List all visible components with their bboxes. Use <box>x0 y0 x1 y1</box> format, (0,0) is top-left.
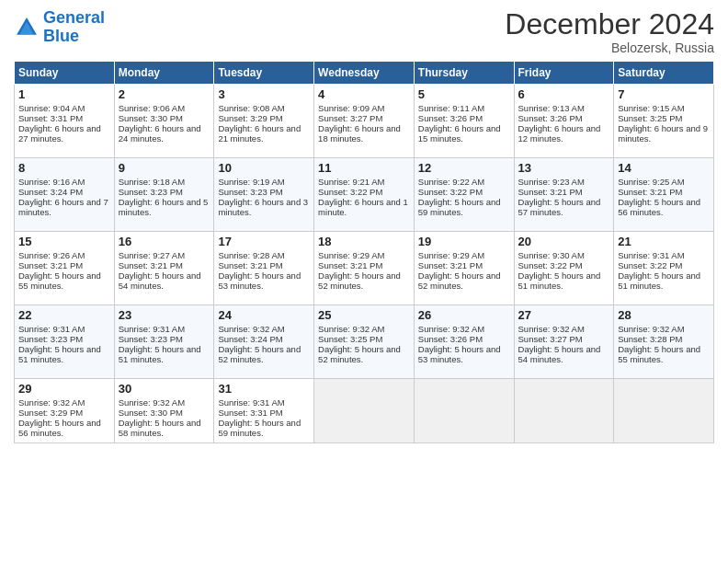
day-number: 17 <box>218 235 310 248</box>
day-number: 5 <box>418 87 510 101</box>
sunrise-text: Sunrise: 9:25 AM <box>618 177 684 187</box>
calendar-cell: 7Sunrise: 9:15 AMSunset: 3:25 PMDaylight… <box>614 85 714 158</box>
day-number: 22 <box>18 308 110 322</box>
day-number: 27 <box>518 308 610 322</box>
calendar-cell: 29Sunrise: 9:32 AMSunset: 3:29 PMDayligh… <box>15 379 115 443</box>
calendar-header-row: SundayMondayTuesdayWednesdayThursdayFrid… <box>15 62 714 85</box>
calendar-cell: 12Sunrise: 9:22 AMSunset: 3:22 PMDayligh… <box>414 158 514 232</box>
calendar-cell: 18Sunrise: 9:29 AMSunset: 3:21 PMDayligh… <box>314 232 415 305</box>
calendar-cell: 11Sunrise: 9:21 AMSunset: 3:22 PMDayligh… <box>314 158 415 232</box>
day-number: 9 <box>119 161 210 175</box>
sunset-text: Sunset: 3:23 PM <box>18 334 83 344</box>
sunrise-text: Sunrise: 9:04 AM <box>18 103 85 113</box>
sunrise-text: Sunrise: 9:19 AM <box>218 177 284 187</box>
calendar-cell <box>314 379 415 443</box>
day-number: 6 <box>518 87 610 101</box>
calendar-cell: 13Sunrise: 9:23 AMSunset: 3:21 PMDayligh… <box>514 158 614 232</box>
sunrise-text: Sunrise: 9:18 AM <box>119 177 185 187</box>
sunset-text: Sunset: 3:24 PM <box>18 187 83 197</box>
sunrise-text: Sunrise: 9:23 AM <box>518 177 585 187</box>
day-number: 7 <box>618 87 710 101</box>
daylight-text: Daylight: 5 hours and 56 minutes. <box>18 418 101 438</box>
day-number: 31 <box>218 382 310 396</box>
sunset-text: Sunset: 3:24 PM <box>218 334 282 344</box>
sunset-text: Sunset: 3:21 PM <box>518 187 583 197</box>
sunset-text: Sunset: 3:22 PM <box>318 187 382 197</box>
sunset-text: Sunset: 3:22 PM <box>418 187 483 197</box>
col-header-wednesday: Wednesday <box>314 62 415 85</box>
sunset-text: Sunset: 3:22 PM <box>518 260 583 270</box>
daylight-text: Daylight: 6 hours and 12 minutes. <box>518 123 601 144</box>
daylight-text: Daylight: 5 hours and 52 minutes. <box>318 270 401 291</box>
day-number: 16 <box>119 235 210 248</box>
daylight-text: Daylight: 5 hours and 55 minutes. <box>618 344 700 364</box>
sunset-text: Sunset: 3:26 PM <box>418 113 483 123</box>
day-number: 3 <box>218 87 310 101</box>
sunset-text: Sunset: 3:21 PM <box>119 260 183 270</box>
daylight-text: Daylight: 6 hours and 9 minutes. <box>618 123 708 144</box>
logo-text: General Blue <box>43 9 105 46</box>
daylight-text: Daylight: 6 hours and 5 minutes. <box>119 197 209 217</box>
daylight-text: Daylight: 6 hours and 18 minutes. <box>318 123 401 144</box>
daylight-text: Daylight: 5 hours and 51 minutes. <box>119 344 201 364</box>
sunrise-text: Sunrise: 9:21 AM <box>318 177 384 187</box>
day-number: 10 <box>218 161 310 175</box>
calendar-cell: 22Sunrise: 9:31 AMSunset: 3:23 PMDayligh… <box>15 305 115 379</box>
daylight-text: Daylight: 5 hours and 51 minutes. <box>18 344 101 364</box>
day-number: 24 <box>218 308 310 322</box>
calendar-cell: 4Sunrise: 9:09 AMSunset: 3:27 PMDaylight… <box>314 85 415 158</box>
sunset-text: Sunset: 3:29 PM <box>18 408 83 418</box>
sunrise-text: Sunrise: 9:29 AM <box>418 250 484 260</box>
sunset-text: Sunset: 3:22 PM <box>618 260 682 270</box>
day-number: 18 <box>318 235 410 248</box>
calendar-cell: 3Sunrise: 9:08 AMSunset: 3:29 PMDaylight… <box>214 85 314 158</box>
sunrise-text: Sunrise: 9:28 AM <box>218 250 284 260</box>
sunrise-text: Sunrise: 9:32 AM <box>218 324 284 334</box>
day-number: 15 <box>18 235 110 248</box>
sunrise-text: Sunrise: 9:16 AM <box>18 177 85 187</box>
sunrise-text: Sunrise: 9:11 AM <box>418 103 484 113</box>
calendar-cell: 5Sunrise: 9:11 AMSunset: 3:26 PMDaylight… <box>414 85 514 158</box>
sunset-text: Sunset: 3:21 PM <box>618 187 682 197</box>
week-row-3: 15Sunrise: 9:26 AMSunset: 3:21 PMDayligh… <box>15 232 714 305</box>
calendar-cell: 2Sunrise: 9:06 AMSunset: 3:30 PMDaylight… <box>114 85 214 158</box>
col-header-friday: Friday <box>514 62 614 85</box>
sunset-text: Sunset: 3:27 PM <box>318 113 382 123</box>
calendar-cell: 26Sunrise: 9:32 AMSunset: 3:26 PMDayligh… <box>414 305 514 379</box>
daylight-text: Daylight: 5 hours and 58 minutes. <box>119 418 201 438</box>
sunrise-text: Sunrise: 9:29 AM <box>318 250 384 260</box>
sunrise-text: Sunrise: 9:27 AM <box>119 250 185 260</box>
calendar-table: SundayMondayTuesdayWednesdayThursdayFrid… <box>14 61 714 443</box>
sunrise-text: Sunrise: 9:32 AM <box>518 324 585 334</box>
day-number: 8 <box>18 161 110 175</box>
day-number: 26 <box>418 308 510 322</box>
daylight-text: Daylight: 5 hours and 57 minutes. <box>518 197 601 217</box>
calendar-cell: 23Sunrise: 9:31 AMSunset: 3:23 PMDayligh… <box>114 305 214 379</box>
daylight-text: Daylight: 6 hours and 1 minute. <box>318 197 408 217</box>
calendar-cell: 30Sunrise: 9:32 AMSunset: 3:30 PMDayligh… <box>114 379 214 443</box>
sunrise-text: Sunrise: 9:22 AM <box>418 177 484 187</box>
daylight-text: Daylight: 5 hours and 53 minutes. <box>218 270 301 291</box>
calendar-cell: 15Sunrise: 9:26 AMSunset: 3:21 PMDayligh… <box>15 232 115 305</box>
title-block: December 2024 Belozersk, Russia <box>505 9 714 55</box>
calendar-cell <box>514 379 614 443</box>
week-row-4: 22Sunrise: 9:31 AMSunset: 3:23 PMDayligh… <box>15 305 714 379</box>
sunrise-text: Sunrise: 9:32 AM <box>18 397 85 408</box>
sunset-text: Sunset: 3:23 PM <box>119 187 183 197</box>
week-row-1: 1Sunrise: 9:04 AMSunset: 3:31 PMDaylight… <box>15 85 714 158</box>
col-header-sunday: Sunday <box>15 62 115 85</box>
calendar-cell: 9Sunrise: 9:18 AMSunset: 3:23 PMDaylight… <box>114 158 214 232</box>
calendar-cell <box>614 379 714 443</box>
calendar-cell: 6Sunrise: 9:13 AMSunset: 3:26 PMDaylight… <box>514 85 614 158</box>
sunrise-text: Sunrise: 9:31 AM <box>218 397 284 408</box>
logo-blue: Blue <box>43 27 79 45</box>
daylight-text: Daylight: 6 hours and 7 minutes. <box>18 197 108 217</box>
day-number: 20 <box>518 235 610 248</box>
sunrise-text: Sunrise: 9:31 AM <box>618 250 684 260</box>
sunset-text: Sunset: 3:30 PM <box>119 113 183 123</box>
sunrise-text: Sunrise: 9:32 AM <box>318 324 384 334</box>
day-number: 13 <box>518 161 610 175</box>
header: General Blue December 2024 Belozersk, Ru… <box>14 9 714 55</box>
day-number: 12 <box>418 161 510 175</box>
daylight-text: Daylight: 6 hours and 3 minutes. <box>218 197 308 217</box>
